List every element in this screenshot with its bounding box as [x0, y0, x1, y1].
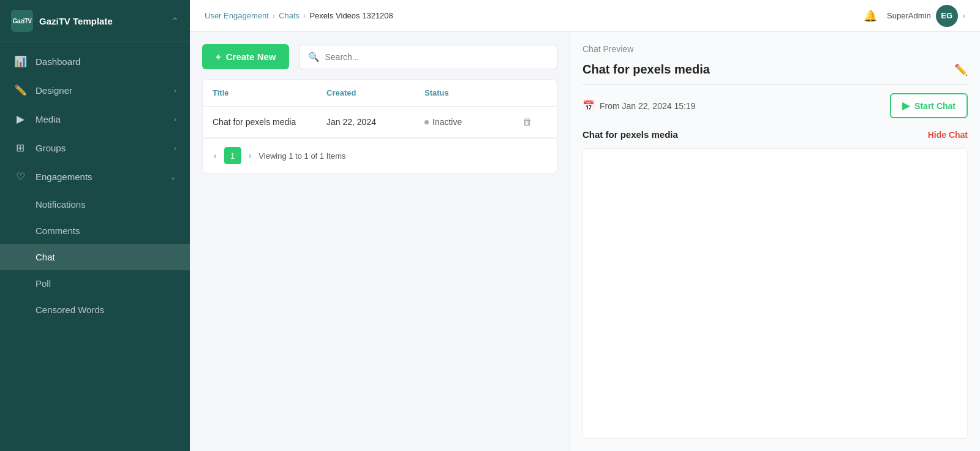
start-chat-button[interactable]: ▶ Start Chat	[890, 93, 968, 118]
sidebar-item-label: Engagements	[36, 172, 161, 182]
status-dot	[424, 120, 429, 124]
preview-date-row: 📅 From Jan 22, 2024 15:19 ▶ Start Chat	[582, 93, 968, 118]
main-content: User Engagement › Chats › Pexels Videos …	[190, 0, 980, 451]
groups-icon: ⊞	[13, 142, 27, 154]
sidebar-item-label: Designer	[36, 85, 165, 96]
sidebar-item-label: Groups	[36, 143, 165, 153]
preview-panel: Chat Preview Chat for pexels media ✏️ 📅 …	[570, 32, 980, 451]
col-title: Title	[213, 88, 326, 97]
bell-icon[interactable]: 🔔	[864, 9, 877, 23]
edit-icon[interactable]: ✏️	[954, 63, 968, 77]
delete-button[interactable]: 🗑	[522, 116, 532, 127]
table-header: Title Created Status	[203, 80, 557, 107]
sidebar-item-media[interactable]: ▶ Media ›	[0, 105, 190, 134]
next-page-button[interactable]: ›	[247, 151, 253, 161]
logo-chevron-icon: ⌃	[172, 16, 179, 26]
sidebar-nav: 📊 Dashboard ✏️ Designer › ▶ Media › ⊞ Gr…	[0, 42, 190, 451]
chevron-right-icon: ›	[174, 86, 176, 95]
search-icon: 🔍	[308, 51, 320, 63]
plus-icon: +	[216, 51, 221, 62]
col-actions	[522, 88, 547, 97]
sidebar-item-censored-words[interactable]: Censored Words	[0, 297, 190, 323]
sidebar-item-label: Media	[36, 114, 165, 124]
app-name: GaziTV Template	[39, 16, 165, 26]
pagination: ‹ 1 › Viewing 1 to 1 of 1 Items	[203, 138, 557, 173]
col-status: Status	[424, 88, 522, 97]
status-label: Inactive	[432, 117, 462, 127]
censored-words-label: Censored Words	[36, 305, 104, 315]
user-chevron-icon: ›	[963, 11, 965, 20]
header-user: SuperAdmin EG ›	[887, 5, 965, 27]
sidebar-item-groups[interactable]: ⊞ Groups ›	[0, 134, 190, 162]
play-icon: ▶	[902, 100, 910, 112]
header: User Engagement › Chats › Pexels Videos …	[190, 0, 980, 32]
sidebar-item-designer[interactable]: ✏️ Designer ›	[0, 76, 190, 105]
search-input[interactable]	[325, 52, 548, 62]
page-number[interactable]: 1	[224, 147, 241, 164]
breadcrumb-parent[interactable]: Chats	[279, 11, 300, 20]
create-new-button[interactable]: + Create New	[202, 44, 289, 69]
chevron-right-icon: ›	[174, 143, 176, 153]
breadcrumb-root[interactable]: User Engagement	[205, 11, 269, 20]
username-label: SuperAdmin	[887, 11, 931, 20]
chevron-down-icon: ⌄	[170, 172, 176, 181]
preview-date-label: From Jan 22, 2024 15:19	[600, 101, 695, 111]
sidebar-item-notifications[interactable]: Notifications	[0, 191, 190, 218]
logo-icon: GaziTV	[11, 10, 33, 32]
engagements-icon: ♡	[13, 170, 27, 183]
chevron-right-icon: ›	[174, 115, 176, 124]
sidebar: GaziTV GaziTV Template ⌃ 📊 Dashboard ✏️ …	[0, 0, 190, 451]
sidebar-item-chat[interactable]: Chat	[0, 244, 190, 270]
preview-date: 📅 From Jan 22, 2024 15:19	[582, 100, 695, 112]
breadcrumb-current: Pexels Videos 1321208	[309, 11, 393, 20]
poll-label: Poll	[36, 278, 51, 289]
breadcrumb-sep-2: ›	[303, 11, 306, 20]
breadcrumb-sep-1: ›	[273, 11, 275, 20]
header-right: 🔔 SuperAdmin EG ›	[864, 5, 965, 27]
sidebar-item-poll[interactable]: Poll	[0, 270, 190, 297]
media-icon: ▶	[13, 113, 27, 126]
dashboard-icon: 📊	[13, 55, 27, 68]
preview-chat-area	[582, 148, 968, 439]
col-created: Created	[326, 88, 424, 97]
start-chat-label: Start Chat	[914, 101, 956, 111]
sidebar-logo[interactable]: GaziTV GaziTV Template ⌃	[0, 0, 190, 42]
notifications-label: Notifications	[36, 199, 86, 210]
logo-text: GaziTV	[13, 18, 32, 25]
designer-icon: ✏️	[13, 84, 27, 97]
sidebar-item-engagements[interactable]: ♡ Engagements ⌄	[0, 162, 190, 191]
create-new-label: Create New	[226, 51, 276, 62]
preview-chat-title-row: Chat for pexels media ✏️	[582, 63, 968, 85]
preview-section-header: Chat for pexels media Hide Chat	[582, 129, 968, 140]
chat-table: Title Created Status Chat for pexels med…	[202, 79, 557, 173]
calendar-icon: 📅	[582, 100, 595, 112]
sidebar-item-comments[interactable]: Comments	[0, 218, 190, 244]
list-toolbar: + Create New 🔍	[202, 44, 557, 69]
content-area: + Create New 🔍 Title Created Status Chat…	[190, 32, 980, 451]
row-created: Jan 22, 2024	[326, 117, 424, 127]
chat-label: Chat	[36, 252, 55, 262]
row-actions: 🗑	[522, 116, 547, 127]
table-row: Chat for pexels media Jan 22, 2024 Inact…	[203, 107, 557, 138]
list-panel: + Create New 🔍 Title Created Status Chat…	[190, 32, 570, 451]
row-status: Inactive	[424, 117, 522, 127]
avatar: EG	[936, 5, 958, 27]
preview-section-label: Chat Preview	[582, 44, 968, 54]
hide-chat-button[interactable]: Hide Chat	[928, 130, 968, 140]
search-box: 🔍	[299, 45, 557, 69]
sidebar-item-label: Dashboard	[36, 56, 176, 67]
comments-label: Comments	[36, 226, 80, 236]
prev-page-button[interactable]: ‹	[213, 151, 218, 161]
preview-section-title: Chat for pexels media	[582, 129, 678, 140]
breadcrumb: User Engagement › Chats › Pexels Videos …	[205, 11, 393, 20]
row-title: Chat for pexels media	[213, 117, 326, 127]
sidebar-item-dashboard[interactable]: 📊 Dashboard	[0, 47, 190, 76]
preview-chat-title: Chat for pexels media	[582, 63, 710, 77]
pagination-info: Viewing 1 to 1 of 1 Items	[258, 151, 345, 161]
status-badge: Inactive	[424, 117, 522, 127]
